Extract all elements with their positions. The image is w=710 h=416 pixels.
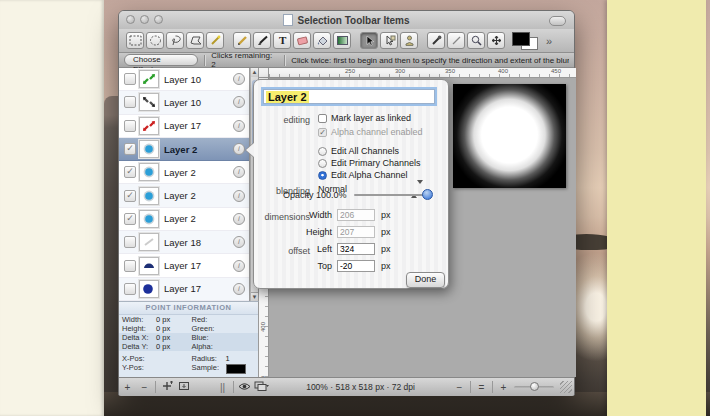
text-tool-icon[interactable]: T [273, 32, 291, 49]
edit-primary-radio[interactable] [318, 159, 327, 168]
rect-select-icon[interactable] [126, 32, 144, 49]
move-tool-icon[interactable] [487, 32, 505, 49]
zoom-out-button[interactable]: − [451, 382, 468, 393]
zoom-actual-button[interactable]: = [473, 382, 490, 393]
visibility-eye-icon[interactable] [236, 382, 253, 393]
edit-alpha-row[interactable]: Edit Alpha Channel [318, 170, 408, 180]
layer-visibility-checkbox[interactable] [124, 260, 136, 272]
layer-visibility-checkbox[interactable] [124, 96, 136, 108]
divider [492, 381, 493, 393]
document-image[interactable] [453, 84, 566, 188]
opacity-slider-thumb[interactable] [422, 189, 433, 200]
lasso-icon[interactable] [166, 32, 184, 49]
layer-row[interactable]: Layer 17 i [119, 254, 249, 277]
wand-icon[interactable] [206, 32, 224, 49]
layer-info-button[interactable]: i [233, 120, 245, 132]
brush-icon[interactable] [253, 32, 271, 49]
title-bar[interactable]: Selection Toolbar Items [119, 11, 574, 30]
layer-row[interactable]: Layer 2 i [119, 161, 249, 184]
layer-visibility-checkbox[interactable] [124, 166, 136, 178]
zoom-tool-icon[interactable] [467, 32, 485, 49]
layer-info-button[interactable]: i [233, 166, 245, 178]
layer-row[interactable]: Layer 17 i [119, 115, 249, 138]
zoom-slider-knob[interactable] [530, 382, 539, 391]
layer-thumbnail-moon-icon [139, 140, 159, 158]
edit-primary-row[interactable]: Edit Primary Channels [318, 158, 421, 168]
document-icon [283, 14, 293, 26]
layer-row[interactable]: Layer 10 i [119, 68, 249, 91]
layer-visibility-checkbox[interactable] [124, 236, 136, 248]
zoom-slider[interactable] [514, 386, 554, 389]
choose-effect-button[interactable]: Choose Effect... [124, 54, 198, 66]
layer-info-button[interactable]: i [233, 260, 245, 272]
toolbar-toggle-button[interactable] [549, 16, 566, 26]
select-arrow-icon[interactable] [360, 32, 378, 49]
layer-visibility-checkbox[interactable] [124, 73, 136, 85]
eraser-icon[interactable] [293, 32, 311, 49]
layer-visibility-checkbox[interactable] [124, 120, 136, 132]
layer-row[interactable]: Layer 17 i [119, 278, 249, 301]
anchor-layer-icon[interactable] [158, 381, 175, 393]
remove-layer-button[interactable]: − [136, 382, 153, 393]
layer-row[interactable]: Layer 2 i [119, 184, 249, 207]
mark-linked-checkbox[interactable] [318, 114, 327, 123]
layer-info-button[interactable]: i [233, 236, 245, 248]
merge-down-icon[interactable] [175, 381, 192, 393]
layer-row[interactable]: Layer 18 i [119, 231, 249, 254]
layer-info-button[interactable]: i [233, 96, 245, 108]
ruler-label: 300 [395, 68, 405, 74]
pi-value [226, 315, 256, 324]
pi-label: Green: [192, 324, 226, 333]
foreground-color-swatch[interactable] [512, 32, 530, 46]
layer-info-button[interactable]: i [233, 283, 245, 295]
edit-alpha-radio[interactable] [318, 171, 327, 180]
polygon-lasso-icon[interactable] [186, 32, 204, 49]
add-layer-button[interactable]: + [119, 382, 136, 393]
layer-visibility-checkbox[interactable] [124, 283, 136, 295]
alpha-enabled-checkbox [318, 128, 327, 137]
edit-all-radio[interactable] [318, 147, 327, 156]
clone-stamp-icon[interactable] [400, 32, 418, 49]
done-button[interactable]: Done [406, 272, 445, 288]
layer-row-selected[interactable]: Layer 2 i [119, 138, 249, 161]
line-tool-icon[interactable] [447, 32, 465, 49]
layer-thumbnail-navy-circle-icon [139, 280, 159, 298]
offset-left-input[interactable] [337, 243, 375, 255]
offset-top-label: Top [298, 261, 332, 271]
layer-row[interactable]: Layer 2 i [119, 208, 249, 231]
position-icon[interactable] [380, 32, 398, 49]
layer-row[interactable]: Layer 10 i [119, 91, 249, 114]
gradient-icon[interactable] [333, 32, 351, 49]
layer-info-button[interactable]: i [233, 213, 245, 225]
toolbar-overflow-chevron[interactable]: » [546, 35, 552, 47]
editing-section-label: editing [258, 115, 310, 125]
offset-top-row: Top px [298, 260, 391, 272]
pi-value [226, 342, 256, 351]
offset-top-input[interactable] [337, 260, 375, 272]
color-well[interactable] [512, 32, 538, 50]
opacity-slider-track[interactable] [354, 194, 432, 196]
edit-primary-label: Edit Primary Channels [331, 158, 421, 168]
mark-linked-row[interactable]: Mark layer as linked [318, 113, 411, 123]
scroll-down-icon[interactable]: ▼ [251, 292, 258, 301]
window-resize-grip[interactable] [560, 381, 572, 393]
layer-info-button[interactable]: i [233, 143, 245, 155]
pencil-icon[interactable] [233, 32, 251, 49]
scroll-up-icon[interactable]: ▲ [251, 68, 258, 77]
layer-visibility-checkbox[interactable] [124, 213, 136, 225]
layer-info-button[interactable]: i [233, 190, 245, 202]
layer-visibility-checkbox[interactable] [124, 190, 136, 202]
eyedropper-icon[interactable] [427, 32, 445, 49]
layer-name-field[interactable]: Layer 2 [263, 89, 435, 104]
zoom-in-button[interactable]: + [495, 382, 512, 393]
layer-nav-icon[interactable] [253, 381, 270, 393]
ellipse-select-icon[interactable] [146, 32, 164, 49]
offset-left-unit: px [381, 244, 391, 254]
layer-visibility-checkbox[interactable] [124, 143, 136, 155]
bucket-icon[interactable] [313, 32, 331, 49]
layer-info-button[interactable]: i [233, 73, 245, 85]
edit-all-row[interactable]: Edit All Channels [318, 146, 399, 156]
zoom-status-text: 100% · 518 x 518 px · 72 dpi [270, 382, 451, 392]
ruler-corner [259, 68, 269, 78]
layer-name: Layer 2 [164, 190, 233, 201]
